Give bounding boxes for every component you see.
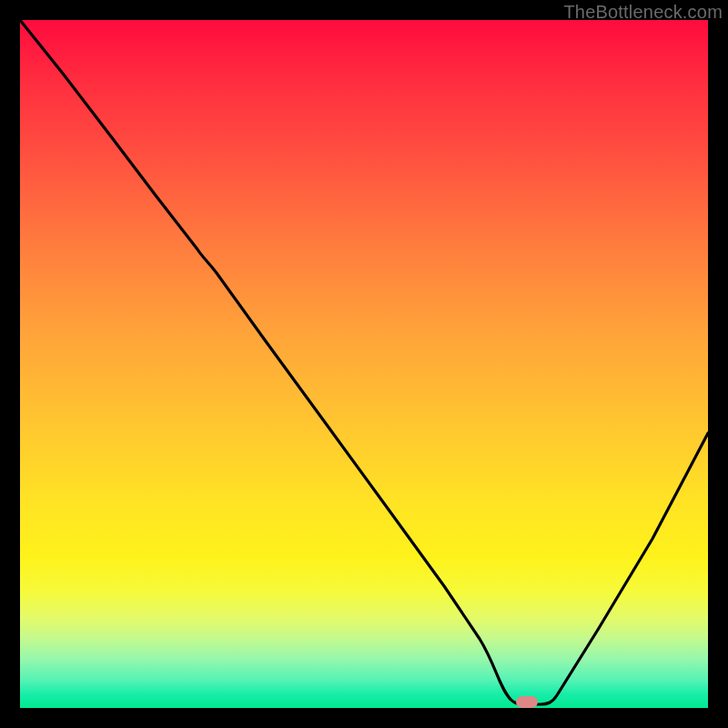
- optimal-point-marker: [516, 696, 538, 708]
- bottleneck-curve: [20, 20, 708, 708]
- watermark-text: TheBottleneck.com: [563, 2, 723, 23]
- curve-path: [20, 20, 708, 704]
- chart-frame: [20, 20, 708, 708]
